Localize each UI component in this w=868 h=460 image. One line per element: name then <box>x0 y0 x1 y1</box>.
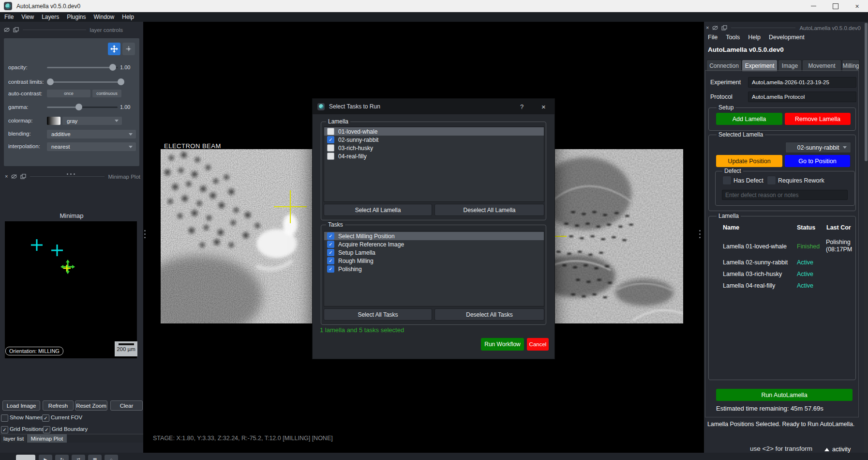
task-checkbox-checked[interactable]: ✓ <box>327 257 334 264</box>
maximize-button[interactable] <box>824 0 846 12</box>
home-view-button[interactable]: ⌂ <box>105 455 118 460</box>
task-checkbox-checked[interactable]: ✓ <box>327 249 334 256</box>
update-position-button[interactable]: Update Position <box>716 155 782 167</box>
show-names-checkbox[interactable] <box>1 414 8 422</box>
lamella-list-item[interactable]: ✓ 02-sunny-rabbit <box>324 136 544 144</box>
lamella-list-item[interactable]: 04-real-filly <box>324 152 544 160</box>
close-button[interactable]: × <box>846 0 868 12</box>
cancel-button[interactable]: Cancel <box>527 338 549 351</box>
transform-mode-button[interactable] <box>122 43 135 55</box>
ipython-console-button[interactable] <box>16 455 35 460</box>
clear-button[interactable]: Clear <box>110 400 143 411</box>
tab-layer-list[interactable]: layer list <box>1 434 26 443</box>
select-all-lamella-button[interactable]: Select All Lamella <box>324 204 432 216</box>
rp-menu-help[interactable]: Help <box>748 34 761 41</box>
load-image-button[interactable]: Load Image <box>2 400 40 411</box>
task-checkbox-checked[interactable]: ✓ <box>327 232 334 240</box>
layer-controls-title: layer controls <box>90 27 123 33</box>
task-list-item[interactable]: ✓ Select Milling Position <box>324 232 544 240</box>
add-lamella-button[interactable]: Add Lamella <box>716 113 782 125</box>
opacity-slider[interactable] <box>47 63 118 71</box>
blending-dropdown[interactable]: additive <box>47 130 136 138</box>
selected-lamella-dropdown[interactable]: 02-sunny-rabbit <box>785 142 851 153</box>
lamella-list-item[interactable]: 01-loved-whale <box>324 127 544 136</box>
left-dock-handle[interactable] <box>144 230 146 238</box>
tab-movement[interactable]: Movement <box>802 60 841 71</box>
minimap-axes[interactable]: Orientation: MILLING 200 µm <box>5 221 137 358</box>
select-all-tasks-button[interactable]: Select All Tasks <box>324 308 432 321</box>
requires-rework-checkbox[interactable] <box>767 176 776 185</box>
lamella-checkbox-checked[interactable]: ✓ <box>327 136 334 143</box>
rp-menu-development[interactable]: Development <box>769 34 805 41</box>
roll-dimensions-button[interactable]: ↻ <box>55 455 69 460</box>
run-workflow-button[interactable]: Run Workflow <box>481 338 524 351</box>
lamella-list-item[interactable]: 03-rich-husky <box>324 144 544 152</box>
deselect-all-lamella-button[interactable]: Deselect All Lamella <box>434 204 544 216</box>
float-panel-icon[interactable] <box>721 25 727 31</box>
task-list-item[interactable]: ✓ Polishing <box>324 265 544 273</box>
tab-milling[interactable]: Milling <box>842 60 860 71</box>
menu-file[interactable]: File <box>0 14 17 20</box>
rp-menu-tools[interactable]: Tools <box>726 34 740 41</box>
refresh-button[interactable]: Refresh <box>43 400 74 411</box>
autolamella-dock-header: × AutoLamella v0.5.0.dev0 <box>706 25 861 31</box>
right-scrollbar-handle[interactable] <box>865 23 868 161</box>
deselect-all-tasks-button[interactable]: Deselect All Tasks <box>434 308 544 321</box>
right-dock-handle[interactable] <box>699 230 701 238</box>
has-defect-checkbox[interactable] <box>722 176 732 185</box>
dialog-titlebar[interactable]: Select Tasks to Run ? × <box>313 99 554 114</box>
hide-panel-icon[interactable] <box>4 27 10 32</box>
task-list-item[interactable]: ✓ Rough Milling <box>324 257 544 265</box>
rp-menu-file[interactable]: File <box>708 34 718 41</box>
lamella-checkbox-unchecked[interactable] <box>327 144 334 152</box>
menu-view[interactable]: View <box>17 14 38 20</box>
pan-zoom-mode-button[interactable] <box>108 43 120 55</box>
close-minimap-icon[interactable]: × <box>5 174 8 179</box>
minimize-button[interactable] <box>803 0 824 12</box>
transpose-dimensions-button[interactable]: ⇄ <box>72 455 85 460</box>
colormap-dropdown[interactable]: gray <box>62 117 122 125</box>
tab-minimap-plot[interactable]: Minimap Plot <box>27 434 67 443</box>
tab-connection[interactable]: Connection <box>706 60 742 71</box>
hide-panel-icon[interactable] <box>712 25 718 31</box>
dialog-close-button[interactable]: × <box>533 99 554 114</box>
opacity-label: opacity: <box>8 64 28 70</box>
activity-label: activity <box>832 446 851 453</box>
tab-experiment[interactable]: Experiment <box>742 60 778 71</box>
experiment-field[interactable]: AutoLamella-2026-01-23-19-25 <box>748 77 856 88</box>
menu-help[interactable]: Help <box>118 14 138 20</box>
ndisplay-toggle-button[interactable]: ▶ <box>39 455 52 460</box>
run-autolamella-button[interactable]: Run AutoLamella <box>716 389 853 401</box>
tab-image[interactable]: Image <box>778 60 802 71</box>
close-panel-icon[interactable]: × <box>706 25 709 31</box>
contrast-limits-slider[interactable] <box>47 78 124 86</box>
interpolation-dropdown[interactable]: nearest <box>47 142 136 151</box>
menu-plugins[interactable]: Plugins <box>63 14 90 20</box>
protocol-field[interactable]: AutoLamella Protocol <box>748 92 856 102</box>
menu-window[interactable]: Window <box>90 14 119 20</box>
gamma-slider[interactable] <box>47 103 118 111</box>
grid-positions-checkbox[interactable]: ✓ <box>1 426 8 433</box>
menu-layers[interactable]: Layers <box>38 14 63 20</box>
float-panel-icon[interactable] <box>13 27 19 32</box>
task-list-item[interactable]: ✓ Acquire Reference Image <box>324 240 544 248</box>
defect-notes-input[interactable] <box>722 190 848 200</box>
task-list-item[interactable]: ✓ Setup Lamella <box>324 248 544 257</box>
task-checkbox-checked[interactable]: ✓ <box>327 265 334 273</box>
auto-contrast-continuous-button[interactable]: continuous <box>92 90 121 97</box>
task-checkbox-checked[interactable]: ✓ <box>327 241 334 248</box>
auto-contrast-once-button[interactable]: once <box>47 90 90 97</box>
hide-panel-icon[interactable] <box>11 174 17 179</box>
grid-boundary-checkbox[interactable]: ✓ <box>43 426 50 433</box>
float-panel-icon[interactable] <box>20 174 26 179</box>
lamella-checkbox-unchecked[interactable] <box>327 153 334 160</box>
activity-button[interactable]: activity <box>824 446 851 453</box>
current-fov-checkbox[interactable]: ✓ <box>42 414 49 422</box>
grid-view-button[interactable]: ▦ <box>88 455 102 460</box>
reset-zoom-button[interactable]: Reset Zoom <box>75 400 107 411</box>
os-titlebar[interactable]: AutoLamella v0.5.0.dev0 × <box>0 0 868 12</box>
lamella-checkbox-unchecked[interactable] <box>327 128 334 135</box>
dialog-help-button[interactable]: ? <box>511 99 533 114</box>
remove-lamella-button[interactable]: Remove Lamella <box>785 113 851 125</box>
go-to-position-button[interactable]: Go to Position <box>785 155 850 167</box>
